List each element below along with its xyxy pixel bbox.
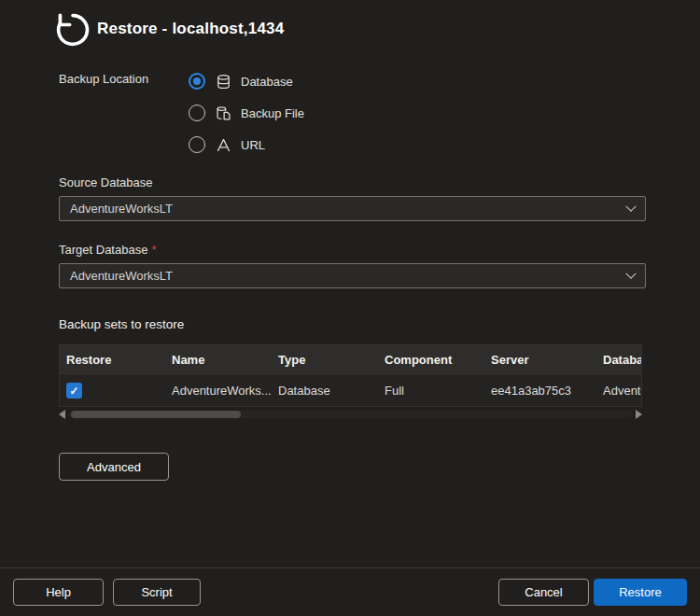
url-icon xyxy=(215,136,231,153)
radio-option-url[interactable]: URL xyxy=(189,134,265,155)
restore-button[interactable]: Restore xyxy=(594,579,687,606)
check-icon: ✓ xyxy=(69,385,78,398)
scroll-right-icon[interactable] xyxy=(636,410,642,419)
column-header-restore: Restore xyxy=(60,353,165,367)
script-button[interactable]: Script xyxy=(113,579,201,606)
radio-label-url: URL xyxy=(241,138,265,152)
restore-dialog: Restore - localhost,1434 Backup Location… xyxy=(0,0,700,616)
radio-label-database: Database xyxy=(241,75,293,89)
source-database-value: AdventureWorksLT xyxy=(70,202,173,216)
cell-component: Full xyxy=(378,384,484,398)
restore-checkbox[interactable]: ✓ xyxy=(66,383,82,399)
target-database-select[interactable]: AdventureWorksLT xyxy=(59,263,646,288)
radio-option-database[interactable]: Database xyxy=(189,71,293,91)
radio-label-backup-file: Backup File xyxy=(241,106,304,120)
cancel-button[interactable]: Cancel xyxy=(498,579,589,606)
radio-selected[interactable] xyxy=(189,73,205,90)
required-asterisk: * xyxy=(151,243,156,257)
help-button[interactable]: Help xyxy=(13,579,104,606)
cell-name: AdventureWorks... xyxy=(165,384,272,398)
column-header-server: Server xyxy=(484,353,596,367)
backup-sets-table: Restore Name Type Component Server Datab… xyxy=(59,344,642,407)
footer-divider xyxy=(0,567,700,568)
source-database-select[interactable]: AdventureWorksLT xyxy=(59,196,646,221)
radio-option-backup-file[interactable]: Backup File xyxy=(189,103,304,123)
cell-restore: ✓ xyxy=(60,383,165,399)
table-header-row: Restore Name Type Component Server Datab… xyxy=(60,345,641,374)
database-icon xyxy=(215,73,231,90)
target-database-value: AdventureWorksLT xyxy=(70,269,173,283)
target-database-label-wrap: Target Database * xyxy=(59,243,156,257)
column-header-database: Databa xyxy=(596,353,641,367)
radio-dot xyxy=(193,77,201,85)
scrollbar-track[interactable] xyxy=(69,411,632,418)
cell-database: Adventu xyxy=(596,384,641,398)
table-row[interactable]: ✓ AdventureWorks... Database Full ee41a3… xyxy=(60,374,641,406)
cell-type: Database xyxy=(272,384,378,398)
backup-location-label: Backup Location xyxy=(59,72,148,86)
target-database-label: Target Database xyxy=(59,243,147,257)
advanced-button[interactable]: Advanced xyxy=(59,453,169,481)
radio-unselected[interactable] xyxy=(189,105,205,121)
source-database-label: Source Database xyxy=(59,175,152,189)
chevron-down-icon xyxy=(625,201,636,211)
column-header-component: Component xyxy=(378,353,484,367)
chevron-down-icon xyxy=(625,268,636,278)
column-header-type: Type xyxy=(272,353,378,367)
column-header-name: Name xyxy=(165,353,272,367)
radio-unselected[interactable] xyxy=(189,136,205,153)
scrollbar-thumb[interactable] xyxy=(71,411,241,418)
scroll-left-icon[interactable] xyxy=(59,410,65,419)
backup-file-icon xyxy=(215,105,231,121)
backup-sets-title: Backup sets to restore xyxy=(59,317,184,331)
restore-icon xyxy=(52,9,93,50)
cell-server: ee41a3ab75c3 xyxy=(484,384,596,398)
horizontal-scrollbar[interactable] xyxy=(59,409,642,420)
dialog-title: Restore - localhost,1434 xyxy=(97,20,284,38)
